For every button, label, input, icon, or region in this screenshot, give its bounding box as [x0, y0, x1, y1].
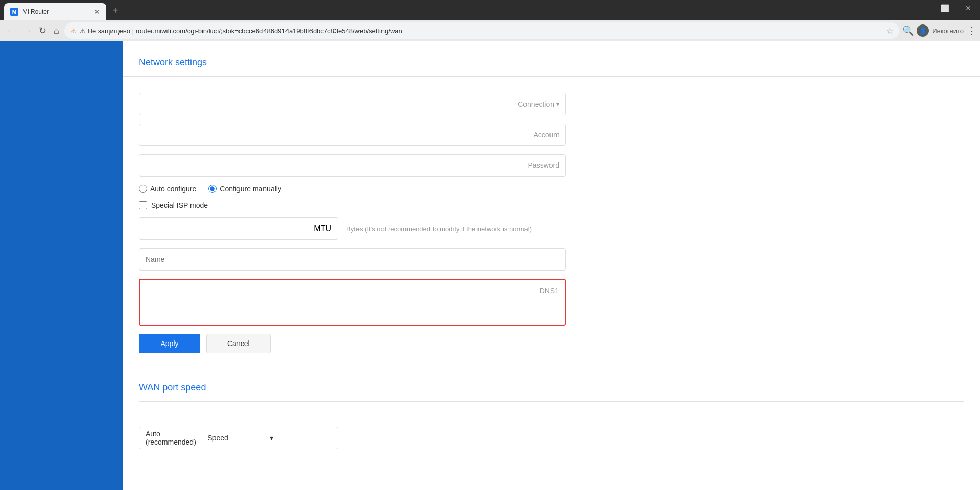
button-row: Apply Cancel	[139, 334, 566, 353]
manual-configure-radio[interactable]	[208, 185, 217, 193]
auto-configure-option[interactable]: Auto configure	[139, 185, 196, 193]
main-content: Network settings PPPoE Connection ▾ user…	[123, 41, 980, 490]
account-label: Account	[533, 131, 559, 139]
reload-button[interactable]: ↻	[37, 24, 49, 37]
isp-mode-checkbox[interactable]	[139, 201, 147, 209]
dns2-row: 8.8.8.8	[140, 302, 565, 325]
manual-configure-label: Configure manually	[220, 185, 281, 193]
wan-port-speed-section: WAN port speed Auto (recommended) Speed …	[123, 382, 980, 449]
account-input[interactable]: user77324 Account	[139, 124, 566, 146]
dns1-field[interactable]: 8.8.4.4	[146, 287, 536, 295]
speed-label: Speed	[207, 434, 269, 442]
section-divider	[139, 370, 964, 370]
dns-highlighted-box: 8.8.4.4 DNS1 8.8.8.8	[139, 279, 566, 326]
dns1-label: DNS1	[540, 287, 559, 295]
window-controls: — ⬜ ✕	[910, 0, 980, 20]
connection-type-row: PPPoE Connection ▾	[139, 93, 566, 115]
minimize-button[interactable]: —	[910, 0, 933, 16]
incognito-label: Инкогнито	[932, 27, 964, 35]
back-button[interactable]: ←	[4, 24, 17, 37]
auto-configure-radio[interactable]	[139, 185, 147, 193]
nav-bar: ← → ↻ ⌂ ⚠ ⚠ Не защищено | router.miwifi.…	[0, 20, 980, 41]
wan-port-speed-title: WAN port speed	[139, 382, 964, 402]
browser-tab[interactable]: M Mi Router ✕	[4, 3, 106, 20]
apply-button[interactable]: Apply	[139, 334, 200, 353]
sidebar	[0, 41, 123, 490]
new-tab-button[interactable]: +	[108, 0, 123, 20]
mtu-input-group[interactable]: 1480 MTU	[139, 217, 338, 240]
manual-configure-option[interactable]: Configure manually	[208, 185, 281, 193]
dns2-field[interactable]: 8.8.8.8	[146, 309, 559, 317]
close-button[interactable]: ✕	[957, 0, 980, 16]
home-button[interactable]: ⌂	[52, 24, 61, 37]
network-settings-section: Network settings PPPoE Connection ▾ user…	[123, 57, 980, 353]
bookmark-icon[interactable]: ☆	[886, 26, 893, 36]
tab-title: Mi Router	[22, 8, 90, 15]
name-input-group[interactable]	[139, 248, 566, 271]
avatar[interactable]: 👤	[917, 24, 929, 37]
address-text: ⚠ Не защищено | router.miwifi.com/cgi-bi…	[80, 27, 883, 35]
connection-type-input[interactable]: PPPoE Connection ▾	[139, 93, 566, 115]
speed-dropdown-arrow-icon: ▾	[270, 434, 331, 442]
cancel-button[interactable]: Cancel	[206, 334, 271, 353]
mtu-field[interactable]: 1480	[146, 225, 314, 233]
search-icon[interactable]: 🔍	[902, 25, 914, 36]
restore-button[interactable]: ⬜	[933, 0, 957, 16]
isp-mode-label: Special ISP mode	[151, 201, 208, 209]
browser-menu-button[interactable]: ⋮	[967, 24, 976, 37]
address-bar[interactable]: ⚠ ⚠ Не защищено | router.miwifi.com/cgi-…	[64, 22, 899, 39]
dns1-row: 8.8.4.4 DNS1	[140, 280, 565, 302]
password-label: Password	[528, 161, 559, 169]
wan-divider	[139, 414, 964, 414]
lock-icon: ⚠	[70, 27, 77, 35]
dropdown-arrow-icon: ▾	[556, 101, 559, 108]
connection-type-label: Connection	[518, 100, 554, 108]
password-input[interactable]: pflhdnrj Password	[139, 154, 566, 177]
password-field[interactable]: pflhdnrj	[146, 161, 524, 169]
isp-mode-row: Special ISP mode	[139, 201, 566, 209]
mtu-row: 1480 MTU Bytes (It's not recommended to …	[139, 217, 566, 240]
form-area: PPPoE Connection ▾ user77324 Account pfl	[123, 93, 582, 353]
speed-value: Auto (recommended)	[146, 430, 207, 446]
password-row: pflhdnrj Password	[139, 154, 566, 177]
account-row: user77324 Account	[139, 124, 566, 146]
mtu-label: MTU	[314, 224, 331, 233]
account-field[interactable]: user77324	[146, 131, 529, 139]
mtu-note: Bytes (It's not recommended to modify if…	[346, 225, 532, 233]
auto-configure-label: Auto configure	[150, 185, 196, 193]
name-field[interactable]	[146, 255, 559, 263]
tab-close-button[interactable]: ✕	[94, 8, 100, 16]
network-settings-title: Network settings	[123, 57, 980, 77]
forward-button[interactable]: →	[20, 24, 34, 37]
connection-type-field[interactable]: PPPoE	[146, 100, 514, 108]
avatar-icon: 👤	[919, 27, 927, 34]
tab-favicon: M	[10, 8, 18, 16]
configure-mode-row: Auto configure Configure manually	[139, 185, 566, 193]
speed-input-group[interactable]: Auto (recommended) Speed ▾	[139, 427, 338, 449]
